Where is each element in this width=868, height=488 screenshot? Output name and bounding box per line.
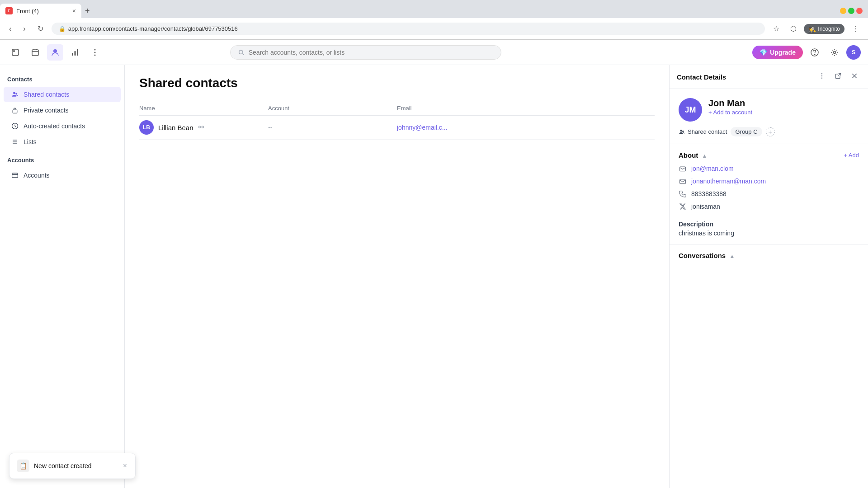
contacts-icon [51, 48, 60, 57]
help-icon-button[interactable] [807, 44, 823, 61]
profile-info: Jon Man + Add to account [708, 98, 859, 116]
contacts-section: Contacts Shared contacts Private contact… [0, 72, 124, 150]
more-icon [90, 48, 99, 57]
search-input[interactable] [249, 49, 494, 56]
svg-rect-36 [680, 167, 686, 171]
shared-contact-label: Shared contact [688, 128, 727, 135]
tags-row: Shared contact Group C + [670, 127, 868, 142]
sidebar-item-shared-contacts[interactable]: Shared contacts [4, 87, 121, 102]
app-body: Contacts Shared contacts Private contact… [0, 65, 868, 488]
email-link-1[interactable]: jon@man.clom [691, 165, 734, 172]
calendar-icon-button[interactable] [27, 44, 43, 61]
close-details-button[interactable] [848, 70, 861, 83]
back-button[interactable]: ‹ [5, 23, 15, 35]
url-input[interactable] [68, 25, 758, 32]
details-header: Contact Details [670, 65, 868, 89]
upgrade-gem-icon: 💎 [760, 49, 767, 56]
svg-point-10 [94, 49, 96, 50]
shared-contacts-label: Shared contacts [24, 91, 69, 98]
contact-details-panel: Contact Details JM Jon Man + Add to acco… [669, 65, 868, 488]
gear-icon [830, 48, 839, 57]
add-tag-button[interactable]: + [766, 127, 775, 136]
svg-point-31 [821, 78, 822, 79]
tab-favicon: F [5, 7, 13, 14]
more-vertical-icon [818, 72, 826, 80]
about-section: About ▲ + Add jon@man.clom jonanotherman… [670, 146, 868, 221]
help-icon [810, 48, 819, 57]
sidebar-item-accounts[interactable]: Accounts [4, 168, 121, 183]
bookmark-button[interactable]: ☆ [769, 23, 783, 35]
shared-contact-badge: Shared contact [679, 128, 727, 135]
address-bar: ‹ › ↻ 🔒 ☆ ⬡ 🕵 Incognito ⋮ [0, 18, 868, 40]
svg-point-13 [239, 50, 243, 54]
upgrade-button[interactable]: 💎 Upgrade [752, 46, 803, 59]
more-icon-button[interactable] [87, 44, 103, 61]
table-row[interactable]: LB Lillian Bean -- johnny@email.c... [139, 116, 655, 140]
user-avatar-button[interactable]: S [846, 45, 861, 60]
maximize-button[interactable] [848, 8, 854, 14]
details-more-button[interactable] [816, 70, 828, 83]
twitter-handle: jonisaman [691, 203, 720, 210]
sidebar-item-auto-created[interactable]: Auto-created contacts [4, 118, 121, 134]
new-tab-button[interactable]: + [81, 6, 94, 16]
svg-point-35 [682, 130, 684, 132]
merge-icon [198, 124, 204, 131]
email-link-2[interactable]: jonanotherman@man.com [691, 178, 766, 185]
profile-name: Jon Man [708, 98, 859, 108]
close-button[interactable] [856, 8, 863, 14]
conversations-header: Conversations ▲ [679, 252, 859, 259]
svg-point-12 [94, 54, 96, 56]
svg-rect-20 [13, 110, 17, 113]
contact-account: -- [268, 124, 397, 131]
url-bar[interactable]: 🔒 [52, 23, 765, 35]
tab-close-button[interactable]: × [72, 7, 76, 14]
table-header: Name Account Email [139, 101, 655, 116]
section-divider-1 [670, 144, 868, 144]
open-external-button[interactable] [832, 70, 844, 83]
section-divider-2 [670, 244, 868, 244]
upgrade-label: Upgrade [770, 49, 796, 56]
svg-point-17 [833, 51, 835, 53]
home-icon [11, 48, 20, 57]
forward-button[interactable]: › [19, 23, 29, 35]
incognito-label: Incognito [818, 26, 840, 32]
menu-button[interactable]: ⋮ [848, 23, 863, 35]
browser-tab[interactable]: F Front (4) × [0, 4, 81, 18]
svg-point-26 [198, 126, 200, 127]
minimize-button[interactable] [840, 8, 846, 14]
sidebar-item-private-contacts[interactable]: Private contacts [4, 103, 121, 118]
search-bar-container[interactable] [230, 45, 501, 60]
private-contacts-icon [11, 106, 19, 114]
contacts-section-title: Contacts [0, 72, 124, 86]
toast-close-button[interactable]: × [122, 461, 128, 471]
svg-point-6 [53, 49, 57, 53]
contact-name-cell: LB Lillian Bean [139, 120, 268, 135]
chart-icon-button[interactable] [67, 44, 83, 61]
svg-point-18 [13, 92, 15, 94]
add-to-account-link[interactable]: + Add to account [708, 109, 752, 116]
svg-point-29 [821, 73, 822, 74]
extensions-button[interactable]: ⬡ [787, 23, 800, 35]
reload-button[interactable]: ↻ [34, 23, 47, 35]
accounts-section-title: Accounts [0, 153, 124, 167]
email-icon-1 [679, 164, 687, 173]
twitter-icon [679, 202, 687, 211]
group-tag[interactable]: Group C [731, 127, 762, 136]
sidebar-item-lists[interactable]: Lists [4, 134, 121, 150]
toast-text: New contact created [34, 462, 118, 469]
settings-icon-button[interactable] [826, 44, 843, 61]
svg-point-19 [15, 93, 17, 94]
contacts-icon-button[interactable] [47, 44, 63, 61]
svg-point-1 [13, 50, 15, 52]
private-contacts-label: Private contacts [24, 107, 69, 114]
app-toolbar: 💎 Upgrade S [0, 40, 868, 65]
about-add-button[interactable]: + Add [844, 152, 859, 159]
auto-created-label: Auto-created contacts [24, 122, 85, 130]
phone-number: 8833883388 [691, 190, 726, 197]
close-icon [851, 72, 858, 80]
home-icon-button[interactable] [7, 44, 24, 61]
description-text: christmas is coming [679, 230, 859, 237]
col-actions [590, 105, 655, 112]
profile-avatar-initials: JM [684, 105, 696, 115]
contact-email[interactable]: johnny@email.c... [397, 124, 590, 131]
